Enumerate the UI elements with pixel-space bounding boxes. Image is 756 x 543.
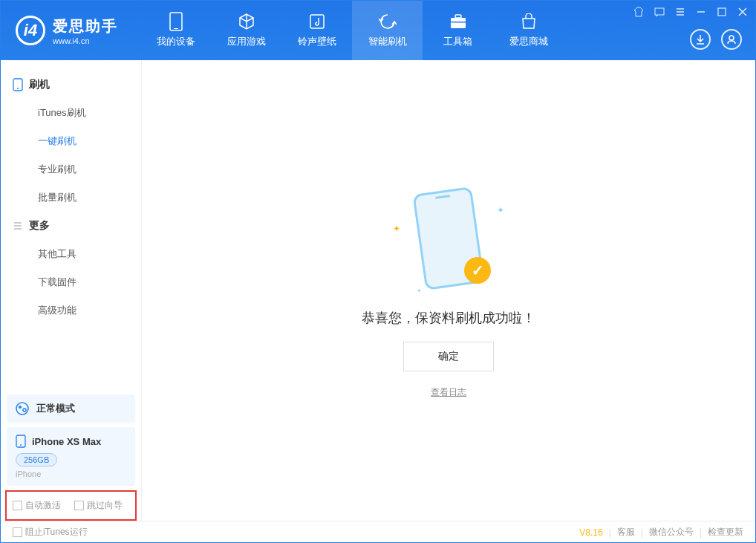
- device-icon: [16, 435, 26, 448]
- mode-icon: [16, 402, 29, 415]
- sparkle-icon: ✦: [417, 287, 422, 294]
- svg-rect-5: [455, 15, 461, 18]
- stop-itunes-checkbox[interactable]: 阻止iTunes运行: [13, 526, 88, 539]
- device-storage-badge: 256GB: [16, 453, 57, 466]
- cube-icon: [238, 13, 255, 30]
- sparkle-icon: ✦: [393, 224, 400, 234]
- sidebar-item-itunes-flash[interactable]: iTunes刷机: [1, 99, 141, 127]
- tab-label: 工具箱: [443, 35, 472, 48]
- opt-label: 自动激活: [25, 500, 61, 510]
- store-icon: [520, 13, 538, 30]
- svg-rect-1: [174, 28, 178, 29]
- tab-label: 智能刷机: [368, 35, 407, 48]
- tab-apps-games[interactable]: 应用游戏: [211, 1, 281, 60]
- svg-rect-8: [655, 8, 664, 15]
- device-type: iPhone: [16, 469, 126, 478]
- svg-point-14: [23, 409, 26, 412]
- auto-activate-checkbox[interactable]: 自动激活: [13, 499, 61, 512]
- svg-point-3: [381, 15, 394, 28]
- device-icon: [167, 13, 185, 30]
- success-message: 恭喜您，保资料刷机成功啦！: [362, 309, 535, 327]
- tab-label: 铃声壁纸: [298, 35, 336, 48]
- tab-store[interactable]: 爱思商城: [493, 1, 564, 60]
- sidebar-section-more: 更多: [1, 212, 141, 240]
- tab-my-device[interactable]: 我的设备: [140, 1, 211, 60]
- view-log-link[interactable]: 查看日志: [431, 386, 466, 399]
- phone-icon: [13, 78, 23, 91]
- ok-button[interactable]: 确定: [403, 342, 494, 371]
- sidebar-item-advanced[interactable]: 高级功能: [1, 296, 141, 325]
- svg-rect-6: [451, 22, 466, 23]
- svg-point-16: [20, 444, 22, 446]
- header-actions: [690, 29, 742, 50]
- section-title: 更多: [29, 219, 50, 233]
- close-button[interactable]: [736, 5, 749, 19]
- tab-ringtone-wallpaper[interactable]: 铃声壁纸: [281, 1, 352, 60]
- footer: 阻止iTunes运行 V8.16 | 客服 | 微信公众号 | 检查更新: [1, 521, 755, 543]
- logo-icon: i4: [16, 16, 45, 45]
- footer-right: V8.16 | 客服 | 微信公众号 | 检查更新: [579, 526, 743, 539]
- brand-name: 爱思助手: [53, 16, 118, 36]
- svg-point-7: [729, 36, 734, 40]
- svg-rect-4: [451, 18, 466, 28]
- tab-toolbox[interactable]: 工具箱: [423, 1, 493, 60]
- footer-left: 阻止iTunes运行: [13, 526, 88, 539]
- tab-label: 我的设备: [157, 35, 195, 48]
- sidebar-section-flash: 刷机: [1, 71, 141, 99]
- mode-label: 正常模式: [36, 402, 75, 415]
- minimize-button[interactable]: [694, 5, 708, 19]
- body: 刷机 iTunes刷机 一键刷机 专业刷机 批量刷机 更多 其他工具 下载固件 …: [1, 60, 755, 521]
- options-row: 自动激活 跳过向导: [5, 490, 137, 521]
- footer-link-update[interactable]: 检查更新: [708, 526, 743, 539]
- sidebar-item-pro-flash[interactable]: 专业刷机: [1, 155, 141, 183]
- main-content: ✦ ✦ ✦ ✓ 恭喜您，保资料刷机成功啦！ 确定 查看日志: [142, 60, 755, 521]
- music-icon: [308, 13, 326, 30]
- sparkle-icon: ✦: [497, 205, 504, 215]
- stop-itunes-label: 阻止iTunes运行: [25, 527, 88, 537]
- tab-label: 爱思商城: [509, 35, 548, 48]
- window-controls: [632, 5, 749, 19]
- device-name-row: iPhone XS Max: [16, 435, 126, 448]
- mode-card[interactable]: 正常模式: [7, 394, 135, 423]
- brand-url: www.i4.cn: [53, 36, 118, 45]
- feedback-icon[interactable]: [653, 5, 666, 19]
- opt-label: 跳过向导: [87, 500, 123, 510]
- svg-point-11: [17, 88, 19, 89]
- download-button[interactable]: [690, 29, 711, 50]
- device-name: iPhone XS Max: [32, 436, 101, 447]
- logo: i4 爱思助手 www.i4.cn: [1, 16, 133, 45]
- version-label: V8.16: [579, 527, 602, 538]
- refresh-icon: [379, 13, 397, 30]
- skip-wizard-checkbox[interactable]: 跳过向导: [74, 499, 123, 512]
- check-icon: ✓: [464, 257, 491, 284]
- tab-label: 应用游戏: [227, 35, 266, 48]
- sidebar: 刷机 iTunes刷机 一键刷机 专业刷机 批量刷机 更多 其他工具 下载固件 …: [1, 60, 142, 521]
- user-button[interactable]: [721, 29, 742, 50]
- menu-icon[interactable]: [674, 5, 687, 19]
- sidebar-item-oneclick-flash[interactable]: 一键刷机: [1, 127, 141, 155]
- sidebar-item-download-firmware[interactable]: 下载固件: [1, 268, 141, 296]
- svg-rect-0: [170, 13, 182, 30]
- sidebar-bottom: 正常模式 iPhone XS Max 256GB iPhone 自动激活 跳过向…: [1, 390, 141, 521]
- list-icon: [13, 221, 23, 231]
- footer-link-support[interactable]: 客服: [617, 526, 635, 539]
- nav-tabs: 我的设备 应用游戏 铃声壁纸 智能刷机 工具箱 爱思商城: [140, 1, 564, 60]
- sidebar-item-other-tools[interactable]: 其他工具: [1, 240, 141, 268]
- shirt-icon[interactable]: [632, 5, 645, 19]
- svg-rect-2: [310, 15, 324, 28]
- maximize-button[interactable]: [715, 5, 729, 19]
- section-title: 刷机: [29, 78, 50, 91]
- logo-text: 爱思助手 www.i4.cn: [53, 16, 118, 45]
- success-illustration: ✦ ✦ ✦ ✓: [393, 183, 504, 294]
- sidebar-item-batch-flash[interactable]: 批量刷机: [1, 183, 141, 212]
- svg-point-12: [16, 403, 28, 414]
- tab-smart-flash[interactable]: 智能刷机: [352, 1, 423, 60]
- svg-point-13: [19, 406, 22, 409]
- toolbox-icon: [449, 13, 467, 30]
- svg-rect-9: [718, 8, 726, 16]
- app-header: i4 爱思助手 www.i4.cn 我的设备 应用游戏 铃声壁纸 智能刷机 工具…: [1, 1, 755, 60]
- device-card[interactable]: iPhone XS Max 256GB iPhone: [7, 427, 135, 486]
- footer-link-wechat[interactable]: 微信公众号: [649, 526, 694, 539]
